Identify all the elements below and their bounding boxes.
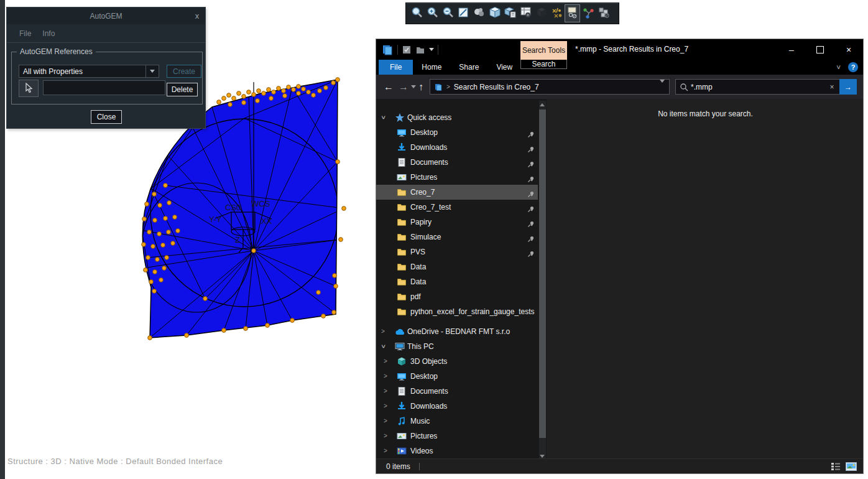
file-list-pane[interactable]: No items match your search. xyxy=(548,99,863,459)
search-box[interactable]: *.mmp × → xyxy=(675,79,857,95)
search-input[interactable]: *.mmp xyxy=(691,83,824,91)
address-bar[interactable]: > Search Results in Creo_7 xyxy=(430,79,670,95)
chevron-right-icon[interactable]: > xyxy=(384,354,387,369)
ribbon-tab-bar: File Home Share View Search > ? xyxy=(376,60,863,75)
sidebar-item-label: Creo_7 xyxy=(410,185,435,200)
tab-share[interactable]: Share xyxy=(450,60,487,75)
chevron-right-icon[interactable]: > xyxy=(384,444,387,458)
forward-button[interactable]: → xyxy=(399,75,409,99)
new-folder-icon[interactable] xyxy=(415,45,425,55)
tab-file[interactable]: File xyxy=(379,60,413,75)
scroll-down-icon[interactable] xyxy=(540,455,545,458)
sidebar-item-documents[interactable]: Documents xyxy=(376,155,538,170)
explorer-titlebar[interactable]: Search Tools *.mmp - Search Results in C… xyxy=(376,39,863,60)
sidebar-item-onedrive-bednar-fmt-s-r-o[interactable]: >OneDrive - BEDNAR FMT s.r.o xyxy=(376,324,538,339)
reference-filter-dropdown[interactable]: All with Properties xyxy=(19,65,159,78)
clear-search-icon[interactable]: × xyxy=(824,83,839,91)
sidebar-item-pvs[interactable]: PVS xyxy=(376,244,538,259)
autogem-titlebar[interactable]: AutoGEM x xyxy=(7,7,205,24)
sidebar-item-simulace[interactable]: Simulace xyxy=(376,230,538,244)
maximize-button[interactable] xyxy=(806,39,834,60)
minimize-ribbon-icon[interactable]: > xyxy=(835,65,843,69)
sidebar-item-creo-7-test[interactable]: Creo_7_test xyxy=(376,200,538,215)
sidebar-item-videos[interactable]: >Videos xyxy=(376,444,538,458)
sidebar-item-desktop[interactable]: >Desktop xyxy=(376,369,538,384)
sidebar-item-data[interactable]: Data xyxy=(376,274,538,289)
datum-display-filters-icon xyxy=(550,6,564,22)
help-icon[interactable]: ? xyxy=(848,62,858,72)
sidebar-item-label: OneDrive - BEDNAR FMT s.r.o xyxy=(407,324,510,339)
sidebar-item-papiry[interactable]: Papiry xyxy=(376,215,538,230)
sidebar-item-pictures[interactable]: >Pictures xyxy=(376,429,538,444)
autogem-menu-file[interactable]: File xyxy=(19,29,31,38)
breadcrumb[interactable]: Search Results in Creo_7 xyxy=(454,83,655,91)
sidebar-item-3d-objects[interactable]: >3D Objects xyxy=(376,354,538,369)
spin-center-button[interactable] xyxy=(580,4,596,22)
close-window-button[interactable]: × xyxy=(834,39,863,60)
sidebar-item-pictures[interactable]: Pictures xyxy=(376,170,538,185)
chevron-down-icon[interactable]: > xyxy=(376,116,390,119)
sidebar-item-label: Quick access xyxy=(407,110,451,125)
display-style-button[interactable] xyxy=(487,4,502,22)
sidebar-item-label: Documents xyxy=(410,384,448,399)
back-button[interactable]: ← xyxy=(384,75,394,99)
sidebar-scrollbar[interactable] xyxy=(539,101,546,460)
minimize-button[interactable]: – xyxy=(777,39,806,60)
datum-display-filters-button[interactable] xyxy=(549,4,565,22)
search-go-button[interactable]: → xyxy=(839,79,857,95)
sidebar-item-music[interactable]: >Music xyxy=(376,414,538,429)
annotation-display-button[interactable] xyxy=(596,4,611,22)
sidebar-item-downloads[interactable]: Downloads xyxy=(376,140,538,155)
recent-locations-dropdown-icon[interactable] xyxy=(411,85,416,88)
reference-collector-input[interactable] xyxy=(43,80,165,95)
up-button[interactable]: ↑ xyxy=(418,75,423,99)
sidebar-item-label: pdf xyxy=(410,289,421,304)
graphics-toggles-button[interactable] xyxy=(565,4,580,22)
chevron-right-icon[interactable]: > xyxy=(384,414,387,429)
properties-icon[interactable] xyxy=(402,45,412,55)
tab-home[interactable]: Home xyxy=(413,60,450,75)
chevron-right-icon[interactable]: > xyxy=(384,369,387,384)
sidebar-item-creo-7[interactable]: Creo_7 xyxy=(376,185,538,200)
address-dropdown-icon[interactable] xyxy=(655,83,669,91)
tab-view[interactable]: View xyxy=(487,60,521,75)
chevron-right-icon[interactable]: > xyxy=(384,429,387,444)
sidebar-item-data[interactable]: Data xyxy=(376,259,538,274)
perspective-button[interactable] xyxy=(533,4,549,22)
chevron-right-icon[interactable]: > xyxy=(384,399,387,414)
dropdown-arrow-icon[interactable] xyxy=(145,65,159,77)
details-view-icon[interactable] xyxy=(831,462,841,471)
display-style-icon xyxy=(488,6,502,22)
select-references-button[interactable] xyxy=(19,80,39,97)
tab-search[interactable]: Search xyxy=(520,60,567,69)
saved-orientations-button[interactable] xyxy=(502,4,518,22)
sidebar-item-pdf[interactable]: pdf xyxy=(376,289,538,304)
sidebar-item-documents[interactable]: >Documents xyxy=(376,384,538,399)
autogem-close-icon[interactable]: x xyxy=(189,11,205,21)
sidebar-item-this-pc[interactable]: >This PC xyxy=(376,339,538,354)
shading-quality-button[interactable] xyxy=(471,4,487,22)
chevron-down-icon[interactable]: > xyxy=(376,345,390,348)
repaint-button[interactable] xyxy=(456,4,471,22)
zoom-out-button[interactable] xyxy=(440,4,456,22)
autogem-menu-info[interactable]: Info xyxy=(42,29,55,38)
chevron-right-icon[interactable]: > xyxy=(384,384,387,399)
refit-button[interactable] xyxy=(409,4,425,22)
large-icons-view-icon[interactable] xyxy=(846,462,857,471)
chevron-right-icon[interactable]: > xyxy=(381,324,385,339)
create-button[interactable]: Create xyxy=(167,65,201,78)
sidebar-item-label: 3D Objects xyxy=(410,354,447,369)
view-manager-button[interactable] xyxy=(518,4,533,22)
sidebar-item-downloads[interactable]: >Downloads xyxy=(376,399,538,414)
customize-qat-dropdown-icon[interactable] xyxy=(429,48,434,51)
sidebar-item-desktop[interactable]: Desktop xyxy=(376,125,538,140)
sidebar-item-python-excel-for-strain-gauge-tests[interactable]: python_excel_for_strain_gauge_tests xyxy=(376,304,538,319)
zoom-in-button[interactable] xyxy=(425,4,440,22)
csys-label-z-axis: Z xyxy=(235,235,240,244)
search-tools-contextual-tab[interactable]: Search Tools xyxy=(520,41,567,60)
delete-button[interactable]: Delete xyxy=(167,83,198,96)
close-button[interactable]: Close xyxy=(91,110,122,124)
scrollbar-thumb[interactable] xyxy=(539,109,546,438)
scroll-up-icon[interactable] xyxy=(540,103,545,106)
sidebar-item-quick-access[interactable]: >Quick access xyxy=(376,110,538,125)
